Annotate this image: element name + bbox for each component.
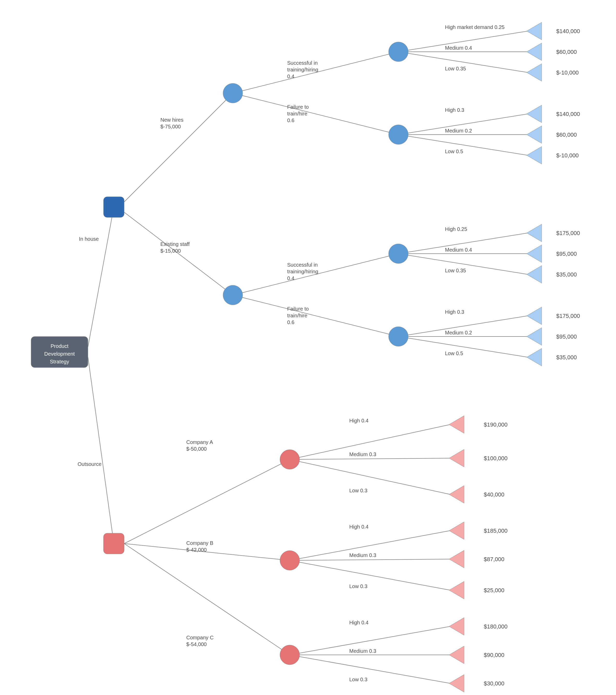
svg-line-28 xyxy=(290,560,450,590)
market-label: Medium 0.2 xyxy=(445,330,472,336)
market-label: Low 0.3 xyxy=(349,583,367,589)
terminal-blue xyxy=(527,126,542,143)
terminal-blue xyxy=(527,307,542,325)
label: Successful intraining/hiring0.4 xyxy=(287,60,318,79)
terminal-red xyxy=(449,450,464,467)
chance-Company-A xyxy=(280,450,300,469)
chance-newhires xyxy=(223,83,243,103)
terminal-value: $60,000 xyxy=(556,132,577,138)
terminal-red xyxy=(449,675,464,692)
label: Existing staff$-15,000 xyxy=(160,241,190,254)
terminal-red xyxy=(449,617,464,635)
label: Failure totrain/hire0.6 xyxy=(287,104,309,123)
svg-line-24 xyxy=(290,458,450,459)
label: Company A$-50,000 xyxy=(186,439,213,452)
terminal-blue xyxy=(527,328,542,345)
label: New hires$-75,000 xyxy=(160,117,183,130)
terminal-value: $140,000 xyxy=(556,111,580,117)
svg-line-21 xyxy=(124,544,290,560)
svg-line-0 xyxy=(88,207,114,347)
decision-tree-diagram: ProductDevelopmentStrategyIn houseOutsou… xyxy=(0,0,616,695)
terminal-value: $95,000 xyxy=(556,251,577,257)
market-label: Low 0.35 xyxy=(445,66,466,71)
branch-inhouse: In house xyxy=(79,236,99,242)
terminal-blue xyxy=(527,43,542,61)
label: Successful intraining/hiring0.4 xyxy=(287,262,318,281)
svg-line-27 xyxy=(290,559,450,560)
terminal-value: $140,000 xyxy=(556,28,580,34)
terminal-value: $180,000 xyxy=(484,623,508,630)
inhouse-decision xyxy=(104,197,124,217)
terminal-value: $90,000 xyxy=(484,652,505,658)
terminal-value: $175,000 xyxy=(556,230,580,236)
label: Company C$-54,000 xyxy=(186,635,214,647)
market-label: High 0.4 xyxy=(349,524,369,530)
terminal-value: $25,000 xyxy=(484,587,505,594)
terminal-blue xyxy=(527,147,542,164)
market-label: Medium 0.3 xyxy=(349,648,376,654)
market-label: High 0.4 xyxy=(349,620,369,625)
svg-line-31 xyxy=(290,655,450,683)
market-label: High 0.25 xyxy=(445,226,467,232)
terminal-red xyxy=(449,581,464,599)
chance-market-2 xyxy=(389,244,408,264)
market-label: High 0.3 xyxy=(445,309,464,315)
market-label: Medium 0.3 xyxy=(349,452,376,457)
terminal-blue xyxy=(527,266,542,283)
terminal-red xyxy=(449,550,464,568)
market-label: High 0.3 xyxy=(445,107,464,113)
label: Failure totrain/hire0.6 xyxy=(287,306,309,325)
market-label: Medium 0.4 xyxy=(445,45,472,51)
chance-Company-C xyxy=(280,645,300,665)
market-label: Low 0.3 xyxy=(349,488,367,493)
svg-line-4 xyxy=(233,52,399,93)
market-label: Low 0.5 xyxy=(445,149,463,154)
terminal-value: $30,000 xyxy=(484,680,505,687)
terminal-blue xyxy=(527,22,542,40)
market-label: High 0.4 xyxy=(349,418,369,423)
terminal-value: $95,000 xyxy=(556,334,577,340)
outsource-decision xyxy=(104,533,124,554)
terminal-value: $190,000 xyxy=(484,421,508,428)
svg-line-6 xyxy=(233,254,399,295)
svg-line-1 xyxy=(88,357,114,544)
terminal-value: $35,000 xyxy=(556,271,577,278)
market-label: Medium 0.3 xyxy=(349,553,376,558)
terminal-value: $60,000 xyxy=(556,49,577,55)
terminal-value: $-10,000 xyxy=(556,69,579,76)
svg-line-2 xyxy=(124,93,233,202)
terminal-value: $-10,000 xyxy=(556,152,579,159)
svg-line-25 xyxy=(290,459,450,494)
market-label: Medium 0.2 xyxy=(445,128,472,134)
svg-line-3 xyxy=(124,212,233,295)
terminal-blue xyxy=(527,245,542,262)
chance-Company-B xyxy=(280,550,300,570)
market-label: Low 0.5 xyxy=(445,351,463,356)
terminal-red xyxy=(449,416,464,433)
terminal-red xyxy=(449,646,464,664)
svg-line-5 xyxy=(233,93,399,135)
terminal-value: $100,000 xyxy=(484,455,508,461)
market-label: Medium 0.4 xyxy=(445,247,472,253)
market-label: Low 0.3 xyxy=(349,677,367,682)
terminal-blue xyxy=(527,105,542,123)
svg-line-20 xyxy=(124,459,290,544)
chance-market-0 xyxy=(389,42,408,62)
branch-outsource: Outsource xyxy=(77,461,101,467)
terminal-value: $40,000 xyxy=(484,491,505,498)
terminal-value: $185,000 xyxy=(484,527,508,534)
terminal-blue xyxy=(527,349,542,366)
terminal-value: $35,000 xyxy=(556,354,577,360)
label: Company B$-42,000 xyxy=(186,540,213,553)
chance-existing xyxy=(223,285,243,305)
svg-line-7 xyxy=(233,295,399,337)
chance-market-1 xyxy=(389,125,408,145)
market-label: Low 0.35 xyxy=(445,268,466,273)
terminal-value: $87,000 xyxy=(484,556,505,562)
terminal-red xyxy=(449,522,464,539)
terminal-red xyxy=(449,486,464,503)
terminal-blue xyxy=(527,224,542,242)
terminal-value: $175,000 xyxy=(556,313,580,319)
market-label: High market demand 0.25 xyxy=(445,24,505,30)
chance-market-3 xyxy=(389,327,408,346)
